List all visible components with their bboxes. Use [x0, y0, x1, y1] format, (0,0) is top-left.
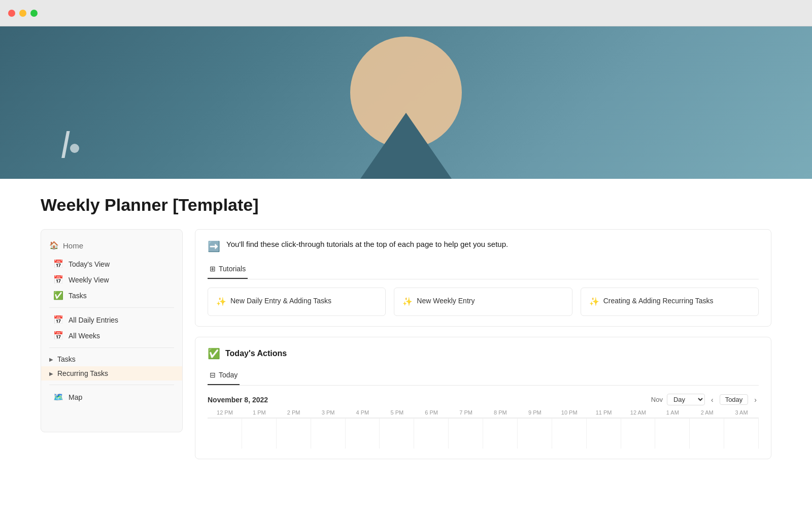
calendar-next-button[interactable]: ›	[752, 395, 759, 405]
orange-arrow-icon: ➡️	[208, 240, 220, 252]
calendar-date: November 8, 2022	[208, 396, 268, 404]
sidebar-divider-1	[49, 307, 174, 308]
hero-banner: l	[0, 26, 812, 179]
tutorial-notice: ➡️ You'll find these click-through tutor…	[208, 240, 759, 252]
time-slot-label: 3 AM	[724, 409, 759, 416]
tasks-section-label: Tasks	[57, 355, 76, 363]
home-icon: 🏠	[49, 241, 59, 250]
triangle-icon-tasks: ▶	[49, 357, 53, 362]
check-green-icon: ✅	[53, 291, 63, 300]
time-slot-label: 12 PM	[208, 409, 242, 416]
calendar-green-icon: 📅	[53, 259, 63, 269]
sidebar-item-all-weeks[interactable]: 📅 All Weeks	[43, 328, 180, 343]
logo-letter: l	[61, 125, 69, 166]
time-col	[724, 419, 759, 449]
sidebar-item-tasks[interactable]: ✅ Tasks	[43, 288, 180, 303]
tutorial-card-recurring-tasks[interactable]: ✨ Creating & Adding Recurring Tasks	[581, 288, 759, 316]
logo-dot	[70, 144, 79, 153]
sidebar-recurring-tasks-section[interactable]: ▶ Recurring Tasks	[41, 366, 182, 380]
sidebar: 🏠 Home 📅 Today's View 📅 Weekly View ✅ Ta…	[41, 229, 183, 432]
hero-logo: l	[61, 127, 79, 164]
time-slot-label: 1 PM	[242, 409, 277, 416]
time-slot-label: 12 AM	[621, 409, 656, 416]
timeline-header: 12 PM1 PM2 PM3 PM4 PM5 PM6 PM7 PM8 PM9 P…	[208, 409, 759, 418]
sparkle-icon-2: ✨	[402, 296, 413, 307]
sidebar-home[interactable]: 🏠 Home	[41, 238, 182, 256]
todays-actions-header: ✅ Today's Actions	[208, 347, 759, 360]
time-slot-label: 7 PM	[449, 409, 483, 416]
sidebar-divider-3	[49, 385, 174, 385]
right-panel: ➡️ You'll find these click-through tutor…	[195, 229, 771, 459]
tutorial-card-daily-label: New Daily Entry & Adding Tasks	[230, 296, 331, 306]
sidebar-item-map[interactable]: 🗺️ Map	[43, 389, 180, 405]
tutorial-card-weekly-entry[interactable]: ✨ New Weekly Entry	[394, 288, 572, 316]
recurring-tasks-label: Recurring Tasks	[57, 369, 108, 377]
time-slot-label: 6 PM	[414, 409, 449, 416]
time-slot-label: 5 PM	[380, 409, 414, 416]
grid-icon: ⊞	[210, 265, 216, 273]
tutorials-card: ➡️ You'll find these click-through tutor…	[195, 229, 771, 327]
time-slot-label: 2 PM	[277, 409, 311, 416]
calendar-blue-icon: 📅	[53, 275, 63, 284]
time-col	[518, 419, 552, 449]
time-col	[414, 419, 449, 449]
page-wrapper: l Weekly Planner [Template] 🏠 Home 📅 Tod…	[0, 26, 812, 508]
all-weeks-label: All Weeks	[69, 332, 100, 340]
time-col	[690, 419, 724, 449]
time-slot-label: 1 AM	[655, 409, 690, 416]
all-daily-entries-label: All Daily Entries	[69, 316, 118, 324]
minimize-button[interactable]	[19, 10, 26, 17]
todays-actions-title: Today's Actions	[225, 349, 287, 358]
month-short-label: Nov	[651, 396, 663, 403]
time-slot-label: 4 PM	[346, 409, 380, 416]
sidebar-item-weekly-view[interactable]: 📅 Weekly View	[43, 272, 180, 288]
time-col	[483, 419, 518, 449]
tutorial-card-weekly-label: New Weekly Entry	[417, 296, 475, 306]
time-col	[380, 419, 414, 449]
time-slot-label: 2 AM	[690, 409, 724, 416]
time-col	[346, 419, 380, 449]
time-col	[311, 419, 346, 449]
sparkle-icon-1: ✨	[216, 296, 226, 307]
time-col	[621, 419, 656, 449]
close-button[interactable]	[8, 10, 15, 17]
tutorial-card-daily-entry[interactable]: ✨ New Daily Entry & Adding Tasks	[208, 288, 386, 316]
tutorials-tab[interactable]: ⊞ Tutorials	[208, 261, 248, 279]
calendar-today-button[interactable]: Today	[720, 394, 749, 405]
calendar-prev-button[interactable]: ‹	[709, 395, 716, 405]
maximize-button[interactable]	[30, 10, 38, 17]
time-slot-label: 8 PM	[483, 409, 518, 416]
two-column-layout: 🏠 Home 📅 Today's View 📅 Weekly View ✅ Ta…	[41, 229, 771, 459]
tutorial-cards-container: ✨ New Daily Entry & Adding Tasks ✨ New W…	[208, 288, 759, 316]
today-tab[interactable]: ⊟ Today	[208, 368, 240, 385]
time-col	[242, 419, 277, 449]
hero-triangle-decoration	[360, 113, 452, 179]
browser-chrome	[0, 0, 812, 26]
todays-actions-card: ✅ Today's Actions ⊟ Today November 8, 20…	[195, 337, 771, 459]
time-slot-label: 3 PM	[311, 409, 346, 416]
sidebar-item-all-daily-entries[interactable]: 📅 All Daily Entries	[43, 312, 180, 328]
todays-view-label: Today's View	[69, 260, 110, 268]
calendar-toolbar: November 8, 2022 Nov Day Week Month ‹ To…	[208, 394, 759, 405]
time-slot-label: 11 PM	[587, 409, 621, 416]
calendar-controls: Nov Day Week Month ‹ Today ›	[651, 394, 759, 405]
time-col	[587, 419, 621, 449]
today-tab-bar: ⊟ Today	[208, 368, 759, 386]
tutorial-card-recurring-label: Creating & Adding Recurring Tasks	[603, 296, 714, 306]
today-tab-label: Today	[219, 371, 238, 379]
sidebar-item-todays-view[interactable]: 📅 Today's View	[43, 256, 180, 272]
tutorial-notice-text: You'll find these click-through tutorial…	[226, 240, 508, 248]
time-col	[208, 419, 242, 449]
check-circle-icon: ✅	[208, 347, 220, 360]
table-icon: ⊟	[210, 371, 216, 379]
map-label: Map	[69, 393, 82, 401]
triangle-icon-recurring: ▶	[49, 371, 53, 376]
home-label: Home	[63, 241, 83, 250]
tutorials-tab-label: Tutorials	[219, 265, 246, 273]
calendar-purple-icon: 📅	[53, 315, 63, 325]
time-col	[552, 419, 587, 449]
map-icon: 🗺️	[53, 392, 63, 402]
sidebar-tasks-section[interactable]: ▶ Tasks	[41, 352, 182, 366]
time-col	[277, 419, 311, 449]
view-select[interactable]: Day Week Month	[667, 394, 705, 405]
